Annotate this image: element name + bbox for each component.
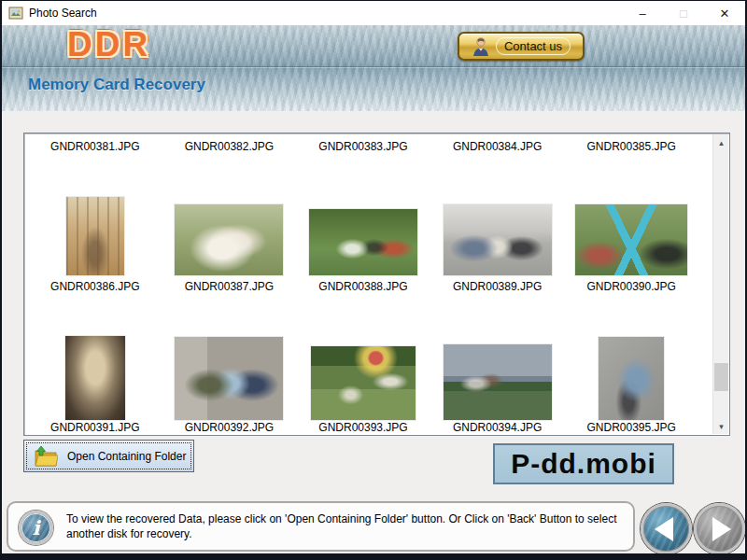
back-arrow-icon bbox=[655, 517, 673, 541]
window-frame: Photo Search – □ ✕ DDR Contact us Memor bbox=[2, 1, 745, 553]
open-folder-label: Open Containing Folder bbox=[67, 450, 186, 463]
filename-label[interactable]: GNDR00382.JPG bbox=[162, 140, 297, 153]
filename-label[interactable]: GNDR00393.JPG bbox=[296, 421, 430, 434]
filename-label[interactable]: GNDR00389.JPG bbox=[430, 280, 565, 293]
status-message: To view the recovered Data, please click… bbox=[66, 511, 630, 541]
window-title: Photo Search bbox=[29, 7, 97, 20]
contact-us-label: Contact us bbox=[496, 37, 571, 55]
vertical-scrollbar[interactable]: ▴ ▾ bbox=[712, 134, 728, 434]
filename-label[interactable]: GNDR00388.JPG bbox=[296, 280, 430, 293]
thumbnail-row-1 bbox=[28, 189, 698, 275]
maximize-button: □ bbox=[663, 1, 704, 25]
header-banner: DDR Contact us Memory Card Recovery bbox=[2, 25, 745, 111]
ddr-logo: DDR bbox=[67, 25, 150, 64]
filename-label[interactable]: GNDR00387.JPG bbox=[162, 280, 297, 293]
filename-row-3: GNDR00391.JPG GNDR00392.JPG GNDR00393.JP… bbox=[28, 421, 698, 434]
next-arrow-icon bbox=[712, 517, 731, 541]
filename-label[interactable]: GNDR00383.JPG bbox=[296, 140, 430, 153]
folder-up-arrow-icon bbox=[34, 445, 58, 468]
info-icon: i bbox=[19, 511, 53, 545]
product-title: Memory Card Recovery bbox=[28, 76, 205, 94]
filename-label[interactable]: GNDR00394.JPG bbox=[430, 421, 565, 434]
watermark-badge: P-dd.mobi bbox=[493, 443, 674, 484]
filename-label[interactable]: GNDR00385.JPG bbox=[564, 140, 698, 153]
scrollbar-thumb[interactable] bbox=[714, 363, 728, 391]
filename-label[interactable]: GNDR00395.JPG bbox=[564, 421, 698, 434]
status-bar: i To view the recovered Data, please cli… bbox=[7, 501, 635, 552]
filename-label[interactable]: GNDR00381.JPG bbox=[28, 140, 162, 153]
thumbnail-row-2 bbox=[28, 331, 698, 420]
photo-thumbnail[interactable] bbox=[444, 204, 552, 275]
filename-row-1: GNDR00381.JPG GNDR00382.JPG GNDR00383.JP… bbox=[28, 140, 698, 153]
photo-thumbnail[interactable] bbox=[599, 337, 664, 420]
recovered-files-panel: GNDR00381.JPG GNDR00382.JPG GNDR00383.JP… bbox=[23, 133, 730, 436]
back-button[interactable] bbox=[641, 503, 692, 553]
scroll-down-icon[interactable]: ▾ bbox=[713, 418, 729, 434]
photo-thumbnail[interactable] bbox=[311, 346, 416, 420]
info-glyph: i bbox=[33, 518, 40, 538]
close-button[interactable]: ✕ bbox=[704, 1, 745, 25]
photo-thumbnail[interactable] bbox=[175, 337, 283, 420]
photo-thumbnail[interactable] bbox=[575, 204, 687, 275]
next-button[interactable] bbox=[694, 503, 745, 553]
filename-label[interactable]: GNDR00391.JPG bbox=[28, 421, 162, 434]
photo-thumbnail[interactable] bbox=[65, 336, 125, 420]
open-containing-folder-button[interactable]: Open Containing Folder bbox=[23, 440, 194, 472]
title-bar: Photo Search – □ ✕ bbox=[2, 1, 745, 25]
photo-thumbnail[interactable] bbox=[444, 344, 552, 420]
filename-label[interactable]: GNDR00386.JPG bbox=[28, 280, 162, 293]
filename-label[interactable]: GNDR00390.JPG bbox=[564, 280, 698, 293]
minimize-button[interactable]: – bbox=[622, 1, 663, 25]
photo-thumbnail[interactable] bbox=[175, 204, 283, 275]
window-controls: – □ ✕ bbox=[622, 1, 745, 25]
photo-thumbnail[interactable] bbox=[66, 197, 124, 275]
photo-app-icon bbox=[8, 6, 23, 21]
filename-label[interactable]: GNDR00384.JPG bbox=[430, 140, 565, 153]
filename-label[interactable]: GNDR00392.JPG bbox=[162, 421, 297, 434]
filename-row-2: GNDR00386.JPG GNDR00387.JPG GNDR00388.JP… bbox=[28, 280, 698, 293]
photo-search-window: Photo Search – □ ✕ DDR Contact us Memor bbox=[0, 0, 747, 560]
contact-us-button[interactable]: Contact us bbox=[458, 32, 585, 61]
photo-thumbnail[interactable] bbox=[309, 209, 417, 275]
scroll-up-icon[interactable]: ▴ bbox=[713, 134, 729, 150]
contact-person-icon bbox=[472, 36, 490, 57]
